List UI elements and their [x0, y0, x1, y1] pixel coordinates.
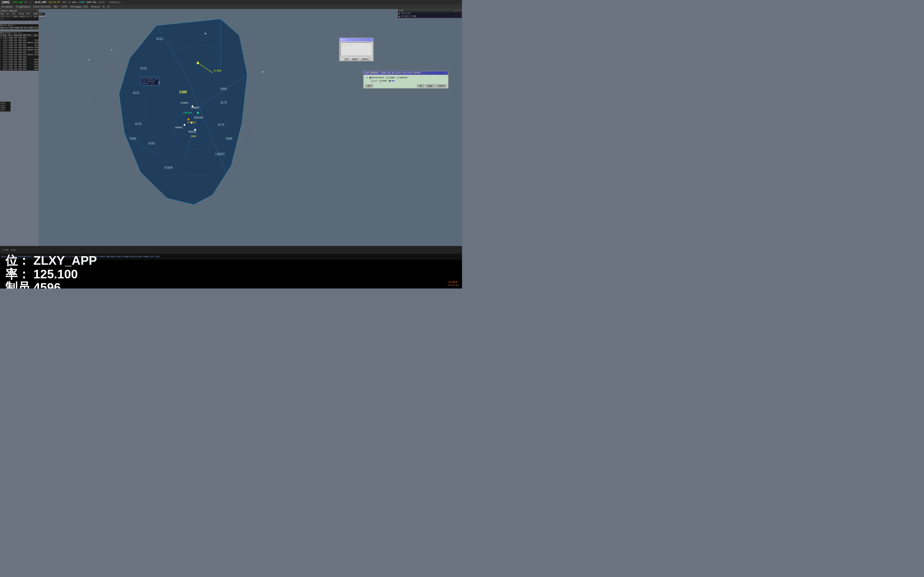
acft-type: A300	[79, 1, 85, 4]
col-arr2: Arr	[5, 26, 10, 29]
svg-point-36	[188, 118, 189, 120]
panel1-extra: 4070	[0, 18, 39, 21]
dialog1-buttons: Ok Apply Cancel	[339, 57, 373, 61]
radio-row-1: ◆ METAR/SPECI SIGMET SNOWTAM	[365, 76, 446, 79]
radio-sigmet-circle	[386, 77, 388, 79]
col-copx: COPX	[28, 26, 34, 29]
svg-text:0170: 0170	[221, 101, 227, 105]
menu-controltools[interactable]: ControlTools	[34, 6, 51, 8]
dialog2-cancel-button[interactable]: Cancel	[436, 84, 446, 87]
dialog2-close[interactable]: ×	[446, 72, 447, 74]
topright-title: ZLXY	[399, 10, 404, 12]
radio-taf-circle	[389, 80, 391, 82]
radio-taf-label: TAF	[391, 80, 395, 82]
dialog1-cancel-button[interactable]: Cancel	[360, 57, 370, 60]
svg-text:1300: 1300	[179, 90, 187, 94]
col-arr: Arr	[6, 13, 11, 16]
radio-taf[interactable]: TAF	[389, 80, 395, 82]
table-row: ZLXYZSSSOSLMSHMSH4957	[0, 56, 39, 58]
strip-text2: (Ange	[10, 249, 16, 251]
menu-flightdata[interactable]: FlightData	[16, 6, 30, 8]
svg-text:0250: 0250	[157, 37, 163, 41]
menu-messages[interactable]: Messages [0]	[71, 6, 88, 8]
panel3-header: Operations List ▲▼ ×	[0, 32, 39, 34]
svg-point-37	[184, 124, 185, 126]
radio-airep-circle	[379, 80, 381, 82]
radio-metar-circle	[369, 77, 372, 79]
svg-text:CSA0189: CSA0189	[194, 116, 203, 119]
table-row: ZLXYZSSSOSLMSHMSH51040	[0, 51, 39, 54]
radio-airep[interactable]: AIREP	[379, 80, 387, 82]
popup-line2: ZLXY CES4321	[142, 80, 157, 82]
menu-info[interactable]: Info	[61, 6, 67, 8]
svg-text:·: ·	[242, 141, 243, 144]
topright-header: ZLXY ▲ × ×	[398, 9, 462, 12]
app-label: [APP]	[1, 1, 10, 4]
table-row: ZLXYZSSSOSLMSHMSH51040	[0, 61, 39, 63]
aircraft-popup: 04/03/9490 060 ZLXY CES4321 N295A37 TXT	[141, 77, 159, 85]
topright-row1: ■ ZLXY_CTR	[398, 12, 462, 15]
svg-rect-0	[39, 9, 462, 254]
dialog1-ok-button[interactable]: Ok	[343, 57, 349, 60]
large-text-overlay: 位： ZLXY_APP 率： 125.100 制员 4596	[0, 259, 462, 288]
menu-airspace[interactable]: Airspace	[1, 6, 13, 8]
sep-a: A	[25, 1, 26, 4]
dialog1-titlebar: ZLXY ×	[339, 38, 373, 41]
svg-point-34	[192, 105, 193, 107]
radio-row-2: LLF AIREP TAF	[365, 79, 446, 82]
radio-metar[interactable]: METAR/SPECI	[369, 77, 384, 79]
acft-num: 2	[69, 1, 70, 4]
topright-controls[interactable]: ▲ × ×	[455, 10, 461, 12]
unit-label: mtn	[72, 1, 76, 4]
dialog-1: ZLXY × — — — — — Ok Apply Cancel	[339, 37, 374, 61]
radio-snowtam[interactable]: SNOWTAM	[397, 77, 407, 79]
dialog2-del-button[interactable]: Del	[365, 84, 373, 87]
svg-text:·: ·	[296, 111, 297, 114]
svg-text:0135: 0135	[133, 91, 139, 95]
panel2-table: Bep Arr SIE STAB MxT ExT COPX Crs	[0, 26, 39, 29]
menu-met[interactable]: MET	[54, 6, 58, 8]
svg-text:·: ·	[132, 22, 134, 24]
sector-inbound-panel: Sector Inbound × Bep Arr S/B S/Fad EnT C…	[0, 9, 39, 21]
radio-sigmet[interactable]: SIGMET	[386, 77, 395, 79]
strip-text1: _T_TWR	[2, 249, 8, 251]
radio-llf-circle	[371, 80, 373, 82]
svg-text:0270: 0270	[135, 122, 141, 126]
radio-snowtam-circle	[397, 77, 399, 79]
svg-text:XY4003: XY4003	[181, 102, 188, 105]
popup-line1: 04/03/9490 060	[142, 78, 157, 80]
side-num-2: 4010	[1, 105, 10, 106]
panel1-close[interactable]: ×	[36, 10, 38, 12]
pos-line: 位： ZLXY_APP	[5, 254, 457, 268]
topright-row2: ■ AT ZLXY_T_TWR	[398, 15, 462, 18]
col-sie2: SIE	[10, 26, 14, 29]
radio-llf[interactable]: LLF	[371, 80, 377, 82]
panel3-inner: S Bep Arr Bug SIE SID S/F Alt Crs ASS Sq…	[0, 34, 39, 71]
menu-m[interactable]: M	[103, 6, 104, 8]
freq-line: 率： 125.100	[5, 268, 457, 281]
ctrl-value: 4596	[34, 280, 61, 288]
dialog2-ok-button[interactable]: Ok	[417, 84, 424, 87]
svg-text:0178: 0178	[218, 123, 224, 127]
panel1-header: Sector Inbound ×	[0, 9, 39, 13]
side-num-1: 4070	[1, 102, 10, 105]
side-number-panel: 4070 4010 4063 4025	[0, 102, 11, 112]
dialog1-title: ZLXY	[341, 39, 346, 41]
dialog1-apply-button[interactable]: Apply	[351, 57, 359, 60]
svg-text:0210: 0210	[141, 67, 147, 70]
panel2-title: Sector Exis	[0, 24, 13, 26]
dialog2-apply-button[interactable]: Apply	[425, 84, 435, 87]
freq-value: 125.100	[34, 267, 78, 281]
table-row: ZLXYZSNVOSLMSHMSHF340	[0, 39, 39, 42]
svg-text:CKN481: CKN481	[175, 126, 183, 129]
menu-status[interactable]: Status	[91, 6, 100, 8]
svg-text:✦: ✦	[88, 58, 90, 61]
squawk-label: GND-UNL	[87, 1, 97, 4]
menu-s[interactable]: S	[107, 6, 109, 8]
watermark-subtext: China Air	[448, 284, 459, 286]
panel2-close[interactable]: ×	[14, 24, 15, 26]
svg-text:·: ·	[314, 42, 315, 45]
svg-text:0345: 0345	[149, 142, 155, 145]
dialog1-close[interactable]: ×	[371, 39, 372, 41]
panel3-close[interactable]: ×	[21, 32, 23, 34]
